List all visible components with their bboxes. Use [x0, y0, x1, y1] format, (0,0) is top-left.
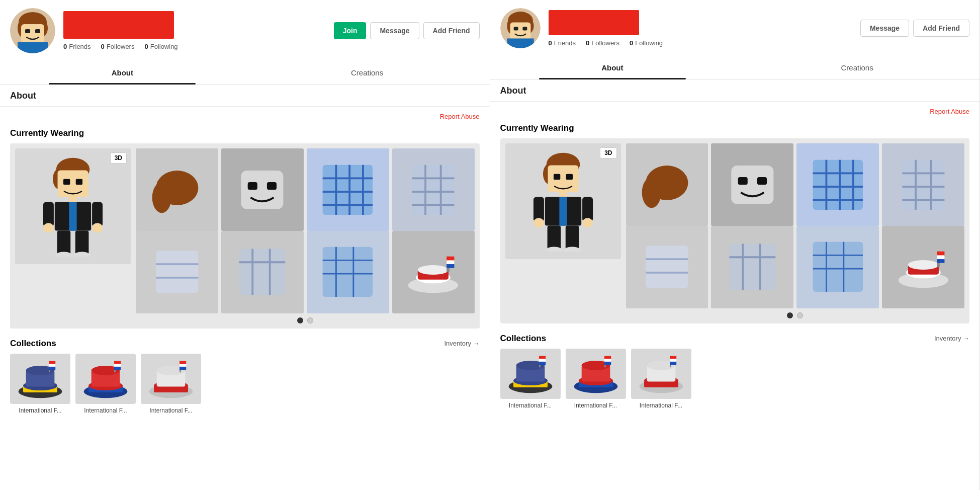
collection-thumb-2-right [566, 349, 626, 399]
avatar-3d-box-left: 3D [15, 148, 131, 264]
svg-rect-168 [604, 362, 611, 365]
collections-section-right: Collections Inventory → [490, 329, 980, 419]
dots-row-right [626, 312, 965, 318]
svg-point-18 [43, 223, 54, 232]
items-grid-wrap-right [626, 143, 965, 318]
svg-rect-28 [267, 182, 277, 190]
friends-count-right: 0 [549, 39, 552, 47]
svg-rect-78 [114, 364, 121, 367]
btn-3d-left[interactable]: 3D [110, 152, 127, 164]
username-banner-right [549, 10, 639, 35]
item-thumb-hair-r[interactable] [626, 143, 708, 226]
friends-count-left: 0 [63, 43, 67, 50]
svg-rect-10 [58, 171, 88, 197]
dot-inactive-right[interactable] [797, 312, 803, 318]
item-thumb-item2-r[interactable] [711, 226, 793, 308]
item-thumb-item3[interactable] [307, 231, 389, 313]
svg-rect-118 [813, 159, 862, 209]
report-row-right: Report Abuse [490, 105, 980, 118]
report-abuse-link-left[interactable]: Report Abuse [440, 113, 480, 120]
avatar-left [10, 8, 55, 53]
item-thumb-face[interactable] [221, 148, 304, 231]
profile-header-right: 0 Friends 0 Followers 0 Following Messag… [490, 0, 980, 56]
header-actions-right: Message Add Friend [860, 20, 969, 37]
message-button-left[interactable]: Message [370, 22, 419, 39]
character-svg-right [523, 151, 603, 252]
inventory-link-left[interactable]: Inventory → [444, 340, 479, 347]
collection-item-3-left[interactable]: International F... [141, 354, 201, 414]
collection-label-3-right: International F... [640, 402, 682, 409]
item-thumb-flag1-r[interactable] [626, 226, 708, 308]
svg-rect-27 [248, 182, 257, 190]
tab-creations-right[interactable]: Creations [735, 56, 979, 79]
message-button-right[interactable]: Message [860, 20, 909, 37]
svg-rect-177 [670, 362, 676, 365]
items-grid-bottom-left [136, 231, 475, 313]
add-friend-button-right[interactable]: Add Friend [913, 20, 969, 37]
svg-point-57 [418, 265, 449, 275]
btn-3d-right[interactable]: 3D [600, 147, 616, 158]
svg-rect-134 [729, 244, 775, 290]
collection-thumb-3-right [631, 349, 691, 399]
tabs-bar-left: About Creations [0, 61, 490, 85]
character-svg-left [33, 156, 113, 257]
item-thumb-hat-small[interactable] [392, 231, 475, 313]
following-count-right: 0 [630, 39, 633, 47]
followers-count-right: 0 [586, 39, 589, 47]
header-actions-left: Join Message Add Friend [334, 22, 480, 39]
collection-thumb-2-left [75, 354, 136, 404]
collection-item-2-right[interactable]: International F... [566, 349, 626, 409]
dot-inactive-left[interactable] [307, 317, 313, 323]
stats-row-right: 0 Friends 0 Followers 0 Following [549, 39, 852, 47]
followers-label-right: Followers [591, 39, 619, 47]
item-thumb-item3-r[interactable] [796, 226, 879, 308]
item-thumb-shirt1-r[interactable] [796, 143, 879, 226]
tab-creations-left[interactable]: Creations [245, 61, 490, 84]
followers-stat-left: 0 Followers [101, 43, 135, 50]
svg-rect-12 [76, 179, 82, 185]
about-title-left: About [0, 85, 490, 103]
tab-about-right[interactable]: About [490, 56, 735, 79]
item-thumb-pants1[interactable] [392, 148, 475, 231]
svg-rect-125 [902, 159, 944, 209]
svg-rect-138 [813, 242, 862, 292]
collection-item-1-left[interactable]: International F... [10, 354, 70, 414]
dot-active-left[interactable] [297, 317, 303, 323]
svg-rect-4 [21, 24, 44, 43]
svg-point-114 [642, 177, 661, 208]
divider-left [0, 106, 490, 107]
svg-rect-70 [49, 367, 55, 370]
item-thumb-hair[interactable] [136, 148, 218, 231]
item-thumb-item2[interactable] [221, 231, 304, 313]
followers-stat-right: 0 Followers [586, 39, 619, 47]
svg-rect-102 [559, 191, 567, 197]
dot-active-right[interactable] [787, 312, 793, 318]
svg-rect-69 [49, 364, 55, 367]
tab-about-left[interactable]: About [0, 61, 245, 84]
svg-rect-167 [604, 359, 611, 362]
svg-rect-99 [548, 166, 578, 192]
svg-rect-131 [646, 246, 688, 288]
item-thumb-face-r[interactable] [711, 143, 793, 226]
svg-rect-176 [670, 359, 676, 362]
report-abuse-link-right[interactable]: Report Abuse [930, 108, 969, 115]
item-thumb-shirt1[interactable] [307, 148, 389, 231]
collection-item-3-right[interactable]: International F... [631, 349, 691, 409]
svg-rect-45 [239, 249, 286, 295]
item-thumb-flag1[interactable] [136, 231, 218, 313]
item-thumb-pants1-r[interactable] [882, 143, 964, 226]
collections-section-left: Collections Inventory → [0, 334, 490, 424]
about-title-right: About [490, 79, 980, 98]
svg-rect-115 [731, 166, 773, 204]
friends-label-right: Friends [554, 39, 576, 47]
svg-rect-5 [25, 29, 30, 33]
svg-rect-13 [69, 196, 76, 202]
collection-item-1-right[interactable]: International F... [500, 349, 561, 409]
add-friend-button-left[interactable]: Add Friend [423, 22, 480, 39]
item-thumb-hat-small-r[interactable] [882, 226, 964, 308]
inventory-link-right[interactable]: Inventory → [934, 335, 969, 342]
collection-item-2-left[interactable]: International F... [75, 354, 136, 414]
svg-rect-6 [35, 29, 40, 33]
join-button-left[interactable]: Join [334, 22, 367, 39]
svg-rect-117 [757, 177, 767, 185]
